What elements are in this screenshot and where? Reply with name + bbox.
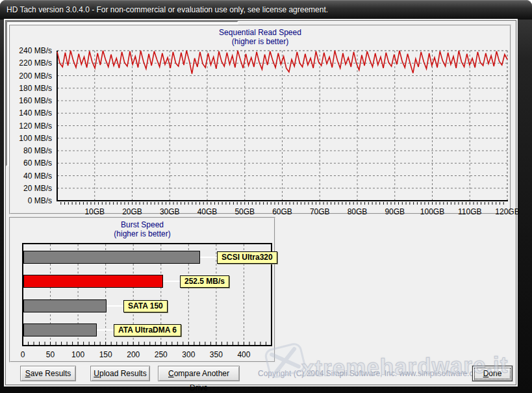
burst-bar-label: ATA UltraDMA 6 [114, 324, 181, 336]
seq-y-tick-label: 80 MB/s [10, 146, 52, 155]
compare-label: ompare Another Drive [174, 369, 229, 392]
compare-accel: C [168, 369, 174, 378]
seq-y-tick-label: 180 MB/s [10, 84, 52, 92]
seq-y-tick-label: 40 MB/s [10, 171, 52, 180]
seq-x-tick-label: 100GB [413, 207, 452, 216]
sequential-read-title: Sequential Read Speed [10, 28, 510, 37]
burst-x-tick-label: 200 [123, 350, 143, 359]
save-results-button[interactable]: Save Results [20, 366, 76, 381]
seq-x-tick-label: 40GB [188, 207, 227, 216]
burst-bar-252-5-mb-s [23, 275, 163, 288]
bar-label-connector [200, 257, 217, 258]
app-window: HD Tach version 3.0.4.0 - For non-commer… [0, 0, 532, 393]
seq-y-tick-label: 100 MB/s [10, 134, 52, 142]
seq-y-tick-label: 120 MB/s [10, 121, 52, 130]
seq-y-tick-label: 160 MB/s [10, 96, 52, 105]
burst-x-tick-label: 250 [151, 350, 171, 359]
window-title: HD Tach version 3.0.4.0 - For non-commer… [6, 5, 328, 14]
burst-speed-panel: Burst Speed (higher is better) SCSI Ultr… [9, 217, 275, 362]
compare-another-drive-button[interactable]: Compare Another Drive [158, 366, 240, 381]
save-label: ave Results [31, 369, 71, 378]
burst-bar-scsi-ultra320 [23, 251, 200, 264]
upload-accel: U [94, 369, 99, 378]
bar-label-connector [107, 305, 123, 307]
seq-y-tick-label: 200 MB/s [10, 71, 52, 80]
burst-speed-subtitle: (higher is better) [10, 229, 274, 238]
save-accel: S [25, 369, 31, 378]
upload-results-button[interactable]: Upload Results [90, 366, 150, 381]
burst-x-tick-label: 350 [207, 350, 226, 359]
seq-x-tick-label: 10GB [75, 207, 114, 216]
burst-x-tick-label: 300 [179, 350, 198, 359]
seq-x-tick-label: 80GB [338, 207, 377, 216]
seq-x-tick-label: 70GB [300, 207, 339, 216]
burst-x-tick-label: 150 [96, 350, 116, 359]
burst-x-tick-label: 50 [41, 350, 60, 359]
seq-y-tick-label: 220 MB/s [10, 58, 52, 67]
seq-x-tick-label: 20GB [113, 207, 152, 216]
seq-x-tick-label: 60GB [263, 207, 302, 216]
seq-x-tick-label: 120GB [488, 207, 527, 216]
bar-label-connector [97, 329, 114, 331]
burst-bar-sata-150 [23, 299, 107, 312]
burst-bar-label: 252.5 MB/s [180, 275, 229, 288]
title-bar[interactable]: HD Tach version 3.0.4.0 - For non-commer… [0, 0, 532, 19]
seq-x-tick-label: 110GB [450, 207, 489, 216]
burst-x-tick-label: 0 [13, 350, 32, 359]
seq-x-tick-label: 30GB [150, 207, 189, 216]
upload-label: pload Results [99, 369, 147, 378]
burst-bar-label: SATA 150 [123, 300, 168, 312]
seq-x-tick-label: 50GB [225, 207, 264, 216]
burst-x-tick-label: 100 [68, 350, 88, 359]
burst-x-tick-label: 400 [234, 350, 253, 359]
done-button[interactable]: Done [472, 366, 513, 381]
burst-speed-title: Burst Speed [10, 220, 274, 229]
burst-bar-label: SCSI Ultra320 [217, 251, 277, 264]
done-label: one [488, 369, 501, 378]
seq-y-tick-label: 240 MB/s [10, 46, 52, 55]
copyright-text: Copyright (C) 2004 Simpli Software, Inc.… [258, 369, 484, 378]
done-accel: D [483, 369, 489, 378]
seq-y-tick-label: 140 MB/s [10, 108, 52, 117]
bar-label-connector [163, 281, 180, 282]
seq-x-tick-label: 90GB [375, 207, 414, 216]
dialog-body: Sequential Read Speed (higher is better)… [5, 20, 516, 385]
burst-bar-ata-ultradma-6 [23, 323, 97, 336]
sequential-read-chart [56, 49, 508, 205]
seq-y-tick-label: 0 MB/s [10, 196, 52, 205]
sequential-read-panel: Sequential Read Speed (higher is better)… [9, 25, 511, 214]
sequential-read-subtitle: (higher is better) [10, 37, 510, 46]
seq-y-tick-label: 20 MB/s [10, 184, 52, 192]
seq-y-tick-label: 60 MB/s [10, 158, 52, 167]
